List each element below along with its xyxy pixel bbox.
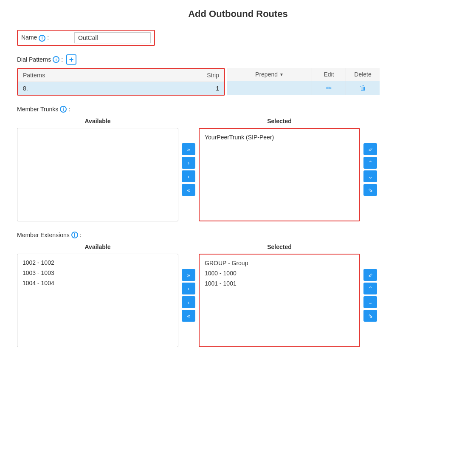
name-label: Name i : bbox=[21, 34, 49, 42]
extensions-available-header: Available bbox=[85, 243, 111, 250]
name-section: Name i : bbox=[17, 30, 155, 46]
list-item[interactable]: 1001 - 1001 bbox=[203, 278, 356, 289]
trunks-move-all-right-button[interactable]: » bbox=[182, 143, 195, 155]
extensions-move-left-button[interactable]: ‹ bbox=[182, 296, 195, 308]
extensions-move-all-right-button[interactable]: » bbox=[182, 269, 195, 281]
table-row: 8. 1 bbox=[18, 82, 224, 95]
dial-patterns-table-wrapper: Patterns Strip 8. 1 bbox=[17, 68, 225, 96]
trunks-move-bottom-button[interactable]: ⇘ bbox=[363, 184, 377, 196]
member-extensions-label: Member Extensions i : bbox=[17, 232, 459, 238]
trunks-move-down-button[interactable]: ⌄ bbox=[363, 170, 377, 182]
extensions-available-list[interactable]: 1002 - 1002 1003 - 1003 1004 - 1004 bbox=[17, 254, 178, 347]
member-trunks-info-icon[interactable]: i bbox=[60, 106, 67, 113]
member-extensions-info-icon[interactable]: i bbox=[71, 232, 78, 238]
trunks-selected-header: Selected bbox=[267, 118, 292, 125]
trunks-move-up-button[interactable]: ⌃ bbox=[363, 157, 377, 169]
list-item[interactable]: GROUP - Group bbox=[203, 258, 356, 268]
trunks-move-all-left-button[interactable]: « bbox=[182, 184, 195, 196]
list-item[interactable]: YourPeerTrunk (SIP-Peer) bbox=[203, 132, 356, 142]
trunks-available-header: Available bbox=[85, 118, 111, 125]
extensions-move-up-button[interactable]: ⌃ bbox=[363, 283, 377, 294]
list-item[interactable]: 1004 - 1004 bbox=[21, 278, 175, 288]
trunks-move-left-button[interactable]: ‹ bbox=[182, 170, 195, 182]
trunks-move-top-button[interactable]: ⇙ bbox=[363, 143, 377, 155]
pattern-value: 8. bbox=[18, 82, 162, 95]
delete-icon[interactable]: 🗑 bbox=[360, 84, 366, 91]
extensions-move-right-button[interactable]: › bbox=[182, 283, 195, 294]
col-header-patterns: Patterns bbox=[18, 69, 162, 82]
extensions-transfer-buttons-left: » › ‹ « bbox=[178, 269, 199, 322]
extensions-selected-col: Selected GROUP - Group 1000 - 1000 1001 … bbox=[199, 243, 360, 347]
trunks-move-right-button[interactable]: › bbox=[182, 157, 195, 169]
trunks-available-col: Available bbox=[17, 118, 178, 221]
trunks-order-buttons: ⇙ ⌃ ⌄ ⇘ bbox=[360, 143, 380, 196]
dial-patterns-info-icon[interactable]: i bbox=[53, 56, 59, 63]
trunks-selected-col: Selected YourPeerTrunk (SIP-Peer) bbox=[199, 118, 360, 221]
member-extensions-section: Available 1002 - 1002 1003 - 1003 1004 -… bbox=[17, 243, 459, 347]
list-item[interactable]: 1003 - 1003 bbox=[21, 268, 175, 278]
edit-icon[interactable]: ✏ bbox=[326, 85, 332, 92]
col-header-prepend: Prepend ▼ bbox=[227, 68, 312, 81]
member-trunks-section: Available » › ‹ « Selected YourPeerTrunk… bbox=[17, 118, 459, 221]
list-item[interactable]: 1002 - 1002 bbox=[21, 258, 175, 268]
trunks-available-list[interactable] bbox=[17, 128, 178, 221]
extensions-move-all-left-button[interactable]: « bbox=[182, 310, 195, 322]
extensions-move-down-button[interactable]: ⌄ bbox=[363, 296, 377, 308]
extra-columns: Prepend ▼ Edit Delete ✏ 🗑 bbox=[227, 68, 380, 95]
name-info-icon[interactable]: i bbox=[39, 35, 45, 42]
trunks-transfer-buttons-left: » › ‹ « bbox=[178, 143, 199, 196]
extensions-selected-header: Selected bbox=[267, 243, 292, 250]
col-header-delete: Delete bbox=[346, 68, 380, 81]
prepend-dropdown-arrow[interactable]: ▼ bbox=[279, 72, 284, 77]
add-dial-pattern-button[interactable]: + bbox=[66, 54, 76, 65]
dial-patterns-label: Dial Patterns i : + bbox=[17, 54, 459, 65]
name-input[interactable] bbox=[74, 32, 151, 43]
extensions-move-top-button[interactable]: ⇙ bbox=[363, 269, 377, 281]
trunks-selected-list[interactable]: YourPeerTrunk (SIP-Peer) bbox=[199, 128, 360, 221]
extensions-available-col: Available 1002 - 1002 1003 - 1003 1004 -… bbox=[17, 243, 178, 347]
extensions-selected-list[interactable]: GROUP - Group 1000 - 1000 1001 - 1001 bbox=[199, 254, 360, 347]
page-title: Add Outbound Routes bbox=[17, 8, 459, 20]
col-header-edit: Edit bbox=[312, 68, 346, 81]
edit-button-cell[interactable]: ✏ bbox=[312, 81, 346, 95]
strip-value: 1 bbox=[162, 82, 224, 95]
member-trunks-label: Member Trunks i : bbox=[17, 106, 459, 113]
col-header-strip: Strip bbox=[162, 69, 224, 82]
extensions-move-bottom-button[interactable]: ⇘ bbox=[363, 310, 377, 322]
delete-button-cell[interactable]: 🗑 bbox=[346, 81, 380, 95]
extensions-order-buttons: ⇙ ⌃ ⌄ ⇘ bbox=[360, 269, 380, 322]
list-item[interactable]: 1000 - 1000 bbox=[203, 268, 356, 278]
prepend-data-cell bbox=[227, 81, 312, 95]
